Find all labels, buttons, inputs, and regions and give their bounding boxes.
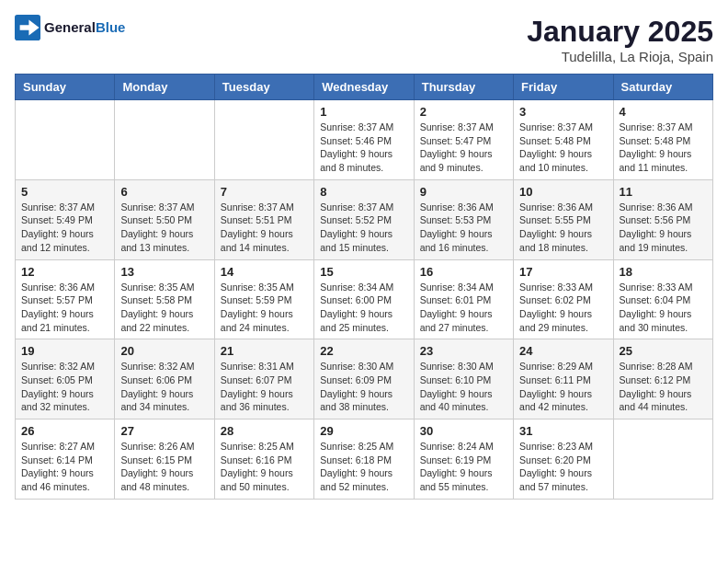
cell-day-number: 1 — [320, 105, 407, 119]
calendar-cell: 6Sunrise: 8:37 AMSunset: 5:50 PMDaylight… — [115, 179, 214, 259]
cell-info: Sunrise: 8:37 AMSunset: 5:51 PMDaylight:… — [221, 201, 308, 255]
weekday-header-row: SundayMondayTuesdayWednesdayThursdayFrid… — [16, 75, 713, 100]
cell-info: Sunrise: 8:35 AMSunset: 5:59 PMDaylight:… — [221, 281, 308, 335]
cell-info: Sunrise: 8:37 AMSunset: 5:52 PMDaylight:… — [320, 201, 407, 255]
calendar-week-row: 5Sunrise: 8:37 AMSunset: 5:49 PMDaylight… — [16, 179, 713, 259]
page-header: GeneralBlue January 2025 Tudelilla, La R… — [15, 15, 713, 64]
calendar-cell: 27Sunrise: 8:26 AMSunset: 6:15 PMDayligh… — [115, 419, 214, 500]
logo-icon — [15, 15, 40, 40]
cell-day-number: 2 — [420, 105, 507, 119]
cell-day-number: 26 — [21, 424, 108, 438]
cell-day-number: 5 — [21, 185, 108, 199]
cell-info: Sunrise: 8:30 AMSunset: 6:10 PMDaylight:… — [420, 360, 507, 414]
calendar-cell: 8Sunrise: 8:37 AMSunset: 5:52 PMDaylight… — [314, 179, 414, 259]
calendar-cell: 26Sunrise: 8:27 AMSunset: 6:14 PMDayligh… — [16, 419, 115, 500]
cell-info: Sunrise: 8:35 AMSunset: 5:58 PMDaylight:… — [120, 281, 208, 335]
calendar-cell: 20Sunrise: 8:32 AMSunset: 6:06 PMDayligh… — [115, 339, 214, 419]
cell-info: Sunrise: 8:36 AMSunset: 5:57 PMDaylight:… — [21, 281, 108, 335]
cell-day-number: 13 — [120, 265, 208, 279]
cell-info: Sunrise: 8:36 AMSunset: 5:55 PMDaylight:… — [519, 201, 607, 255]
cell-info: Sunrise: 8:33 AMSunset: 6:04 PMDaylight:… — [620, 281, 707, 335]
cell-info: Sunrise: 8:37 AMSunset: 5:48 PMDaylight:… — [620, 121, 707, 175]
calendar-cell: 19Sunrise: 8:32 AMSunset: 6:05 PMDayligh… — [16, 339, 115, 419]
calendar-cell: 28Sunrise: 8:25 AMSunset: 6:16 PMDayligh… — [214, 419, 313, 500]
cell-day-number: 8 — [320, 185, 407, 199]
calendar-cell: 18Sunrise: 8:33 AMSunset: 6:04 PMDayligh… — [613, 259, 712, 339]
calendar-cell: 4Sunrise: 8:37 AMSunset: 5:48 PMDaylight… — [613, 100, 712, 180]
cell-day-number: 19 — [21, 344, 108, 358]
cell-day-number: 12 — [21, 265, 108, 279]
cell-day-number: 11 — [620, 185, 707, 199]
cell-day-number: 14 — [221, 265, 308, 279]
cell-info: Sunrise: 8:25 AMSunset: 6:16 PMDaylight:… — [221, 440, 308, 494]
cell-info: Sunrise: 8:31 AMSunset: 6:07 PMDaylight:… — [221, 360, 308, 414]
calendar-cell: 25Sunrise: 8:28 AMSunset: 6:12 PMDayligh… — [613, 339, 712, 419]
weekday-header: Thursday — [414, 75, 513, 100]
cell-day-number: 6 — [120, 185, 208, 199]
page-subtitle: Tudelilla, La Rioja, Spain — [527, 49, 713, 64]
calendar-cell: 5Sunrise: 8:37 AMSunset: 5:49 PMDaylight… — [16, 179, 115, 259]
cell-day-number: 17 — [519, 265, 607, 279]
calendar-cell — [613, 419, 712, 500]
calendar-cell: 10Sunrise: 8:36 AMSunset: 5:55 PMDayligh… — [514, 179, 613, 259]
cell-day-number: 20 — [120, 344, 208, 358]
calendar-cell — [115, 100, 214, 180]
cell-info: Sunrise: 8:25 AMSunset: 6:18 PMDaylight:… — [320, 440, 407, 494]
cell-day-number: 9 — [420, 185, 507, 199]
cell-info: Sunrise: 8:32 AMSunset: 6:06 PMDaylight:… — [120, 360, 208, 414]
cell-day-number: 4 — [620, 105, 707, 119]
calendar-cell: 17Sunrise: 8:33 AMSunset: 6:02 PMDayligh… — [514, 259, 613, 339]
calendar-cell: 1Sunrise: 8:37 AMSunset: 5:46 PMDaylight… — [314, 100, 414, 180]
cell-info: Sunrise: 8:34 AMSunset: 6:00 PMDaylight:… — [320, 281, 407, 335]
calendar-cell: 23Sunrise: 8:30 AMSunset: 6:10 PMDayligh… — [414, 339, 513, 419]
calendar-cell: 29Sunrise: 8:25 AMSunset: 6:18 PMDayligh… — [314, 419, 414, 500]
cell-info: Sunrise: 8:24 AMSunset: 6:19 PMDaylight:… — [420, 440, 507, 494]
weekday-header: Friday — [514, 75, 613, 100]
cell-day-number: 24 — [519, 344, 607, 358]
cell-info: Sunrise: 8:26 AMSunset: 6:15 PMDaylight:… — [120, 440, 208, 494]
cell-day-number: 31 — [519, 424, 607, 438]
cell-day-number: 25 — [620, 344, 707, 358]
cell-day-number: 28 — [221, 424, 308, 438]
weekday-header: Tuesday — [214, 75, 313, 100]
cell-info: Sunrise: 8:37 AMSunset: 5:50 PMDaylight:… — [120, 201, 208, 255]
cell-info: Sunrise: 8:23 AMSunset: 6:20 PMDaylight:… — [519, 440, 607, 494]
calendar-cell: 15Sunrise: 8:34 AMSunset: 6:00 PMDayligh… — [314, 259, 414, 339]
calendar-week-row: 12Sunrise: 8:36 AMSunset: 5:57 PMDayligh… — [16, 259, 713, 339]
cell-info: Sunrise: 8:29 AMSunset: 6:11 PMDaylight:… — [519, 360, 607, 414]
logo-text: GeneralBlue — [44, 19, 125, 36]
calendar-cell: 2Sunrise: 8:37 AMSunset: 5:47 PMDaylight… — [414, 100, 513, 180]
calendar-cell: 14Sunrise: 8:35 AMSunset: 5:59 PMDayligh… — [214, 259, 313, 339]
cell-info: Sunrise: 8:33 AMSunset: 6:02 PMDaylight:… — [519, 281, 607, 335]
calendar-table: SundayMondayTuesdayWednesdayThursdayFrid… — [15, 74, 713, 500]
cell-info: Sunrise: 8:37 AMSunset: 5:46 PMDaylight:… — [320, 121, 407, 175]
cell-day-number: 27 — [120, 424, 208, 438]
calendar-cell — [214, 100, 313, 180]
weekday-header: Saturday — [613, 75, 712, 100]
calendar-cell: 13Sunrise: 8:35 AMSunset: 5:58 PMDayligh… — [115, 259, 214, 339]
cell-info: Sunrise: 8:37 AMSunset: 5:48 PMDaylight:… — [519, 121, 607, 175]
calendar-cell: 16Sunrise: 8:34 AMSunset: 6:01 PMDayligh… — [414, 259, 513, 339]
calendar-cell: 24Sunrise: 8:29 AMSunset: 6:11 PMDayligh… — [514, 339, 613, 419]
cell-day-number: 29 — [320, 424, 407, 438]
calendar-cell: 11Sunrise: 8:36 AMSunset: 5:56 PMDayligh… — [613, 179, 712, 259]
weekday-header: Wednesday — [314, 75, 414, 100]
calendar-cell: 21Sunrise: 8:31 AMSunset: 6:07 PMDayligh… — [214, 339, 313, 419]
cell-info: Sunrise: 8:37 AMSunset: 5:47 PMDaylight:… — [420, 121, 507, 175]
cell-info: Sunrise: 8:32 AMSunset: 6:05 PMDaylight:… — [21, 360, 108, 414]
calendar-week-row: 26Sunrise: 8:27 AMSunset: 6:14 PMDayligh… — [16, 419, 713, 500]
cell-info: Sunrise: 8:30 AMSunset: 6:09 PMDaylight:… — [320, 360, 407, 414]
cell-info: Sunrise: 8:37 AMSunset: 5:49 PMDaylight:… — [21, 201, 108, 255]
cell-day-number: 3 — [519, 105, 607, 119]
title-block: January 2025 Tudelilla, La Rioja, Spain — [527, 15, 713, 64]
cell-info: Sunrise: 8:36 AMSunset: 5:56 PMDaylight:… — [620, 201, 707, 255]
cell-day-number: 18 — [620, 265, 707, 279]
calendar-cell: 9Sunrise: 8:36 AMSunset: 5:53 PMDaylight… — [414, 179, 513, 259]
calendar-cell: 12Sunrise: 8:36 AMSunset: 5:57 PMDayligh… — [16, 259, 115, 339]
cell-day-number: 15 — [320, 265, 407, 279]
calendar-cell: 31Sunrise: 8:23 AMSunset: 6:20 PMDayligh… — [514, 419, 613, 500]
cell-info: Sunrise: 8:36 AMSunset: 5:53 PMDaylight:… — [420, 201, 507, 255]
cell-day-number: 21 — [221, 344, 308, 358]
cell-day-number: 30 — [420, 424, 507, 438]
cell-day-number: 7 — [221, 185, 308, 199]
